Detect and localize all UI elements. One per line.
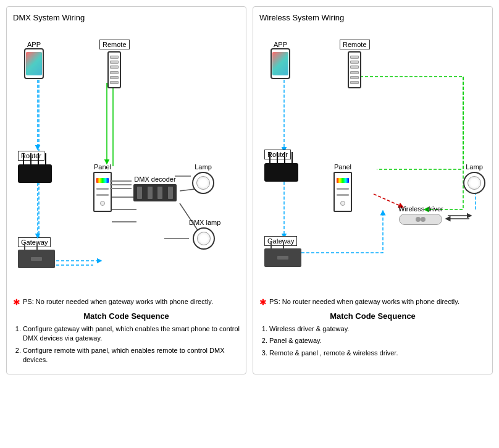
dmx-remote: Remote [99, 40, 130, 88]
wireless-app-phone: APP [270, 40, 290, 79]
wireless-gateway: Gateway [264, 236, 301, 267]
dmx-match-item-2: Configure remote with panel, which enabl… [23, 346, 240, 365]
wireless-driver: Wireless driver [398, 205, 443, 225]
svg-line-15 [374, 194, 401, 206]
wireless-panel-body [333, 172, 352, 212]
dmx-router-label-box: Router [18, 151, 52, 183]
wireless-app-label: APP [274, 41, 287, 48]
wireless-driver-label: Wireless driver [398, 205, 443, 213]
wireless-title: Wireless System Wiring [259, 13, 486, 22]
wireless-match-item-3: Remote & panel , remote & wireless drive… [269, 349, 486, 358]
dmx-panel: Panel [93, 163, 112, 212]
wireless-remote: Remote [340, 40, 370, 88]
dmx-ps-note: ✱ PS: No router needed when gateway work… [13, 298, 240, 306]
dmx-section: DMX System Wiring [6, 6, 246, 374]
dmx-remote-body [107, 51, 121, 88]
dmx-lamp-bottom-label: DMX lamp [189, 219, 220, 226]
dmx-bottom: ✱ PS: No router needed when gateway work… [13, 298, 240, 365]
dmx-phone-screen [26, 52, 42, 75]
dmx-lamp-bottom: DMX lamp [164, 219, 220, 250]
dmx-phone-body [24, 48, 44, 79]
wireless-lamp: Lamp [463, 163, 485, 194]
main-container: DMX System Wiring [6, 6, 493, 374]
wireless-router-device [264, 163, 298, 182]
dmx-app-label: APP [27, 41, 41, 48]
wireless-diagram: APP Remote [259, 27, 486, 293]
dmx-panel-body [93, 172, 112, 212]
dmx-app-phone: APP [24, 40, 44, 79]
dmx-diagram: APP Remote [13, 27, 240, 293]
wireless-match-item-1: Wireless driver & gateway. [269, 324, 486, 334]
dmx-lamp-top: Lamp [192, 163, 214, 194]
dmx-router-device [18, 164, 52, 183]
wireless-section: Wireless System Wiring [253, 6, 493, 374]
wireless-phone-screen [272, 52, 288, 75]
dmx-panel-label: Panel [94, 163, 111, 171]
wireless-panel-label: Panel [334, 163, 351, 171]
wireless-remote-body [348, 51, 361, 88]
wireless-match-item-2: Panel & gateway. [269, 336, 486, 345]
dmx-gateway: Gateway [18, 237, 55, 268]
wireless-match-code-title: Match Code Sequence [259, 311, 486, 321]
dmx-match-code-title: Match Code Sequence [13, 311, 240, 321]
wireless-router: Router [264, 150, 298, 182]
dmx-remote-label-box: Remote [99, 40, 130, 49]
wireless-match-code-list: Wireless driver & gateway. Panel & gatew… [259, 324, 486, 358]
dmx-decoder-label: DMX decoder [134, 175, 175, 183]
wireless-phone-body [270, 48, 290, 79]
dmx-gateway-device [18, 250, 55, 268]
dmx-lamp-label: Lamp [195, 163, 212, 171]
wireless-ps-note: ✱ PS: No router needed when gateway work… [259, 298, 486, 306]
dmx-title: DMX System Wiring [13, 13, 240, 22]
wireless-ps-star: ✱ [259, 298, 267, 306]
dmx-ps-star: ✱ [13, 298, 20, 306]
wireless-gateway-device [264, 248, 301, 267]
wireless-bottom: ✱ PS: No router needed when gateway work… [259, 298, 486, 358]
dmx-decoder: DMX decoder [133, 175, 177, 201]
wireless-lamp-label: Lamp [466, 163, 483, 171]
dmx-match-item-1: Configure gateway with panel, which enab… [23, 324, 240, 344]
wireless-panel: Panel [333, 163, 352, 212]
dmx-match-code-list: Configure gateway with panel, which enab… [13, 324, 240, 365]
